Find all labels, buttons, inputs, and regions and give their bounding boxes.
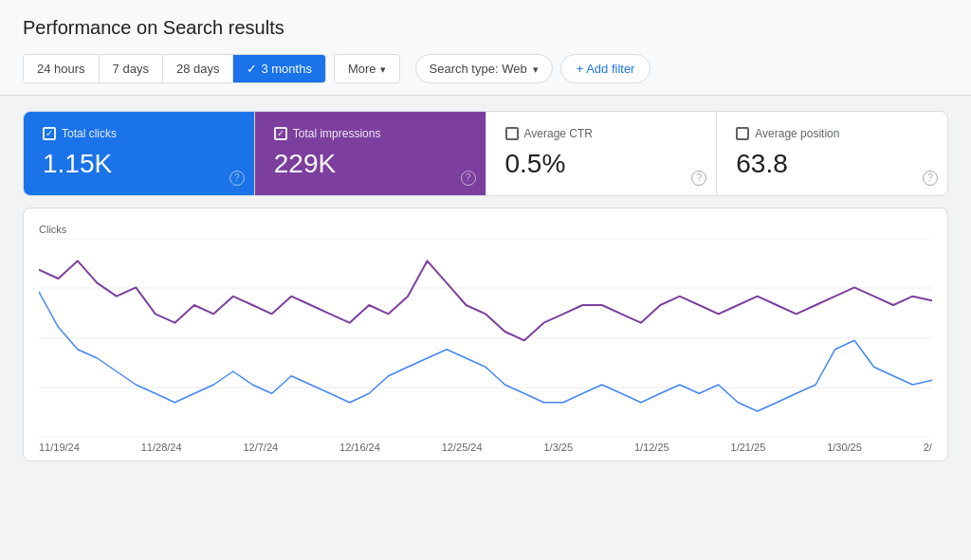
btn-3months[interactable]: 3 months — [233, 55, 324, 82]
btn-28days[interactable]: 28 days — [163, 55, 234, 82]
page-container: Performance on Search results 24 hours 7… — [0, 0, 971, 560]
x-label-0: 11/19/24 — [39, 442, 80, 453]
x-label-6: 1/12/25 — [634, 442, 669, 453]
metric-value-ctr: 0.5% — [505, 148, 698, 180]
chevron-down-icon — [533, 62, 539, 76]
x-label-2: 12/7/24 — [243, 442, 278, 453]
x-label-7: 1/21/25 — [731, 442, 766, 453]
metric-value-position: 63.8 — [736, 148, 928, 180]
chevron-down-icon — [380, 62, 386, 76]
btn-7days[interactable]: 7 days — [100, 55, 163, 82]
metric-card-position[interactable]: Average position 63.8 ? — [717, 112, 947, 195]
metric-header-impressions: Total impressions — [274, 127, 467, 140]
check-icon — [247, 62, 261, 76]
metric-card-total-clicks[interactable]: Total clicks 1.15K ? — [24, 112, 255, 195]
info-icon-impressions: ? — [461, 171, 476, 186]
x-label-9: 2/ — [924, 442, 932, 453]
info-icon-position: ? — [923, 171, 938, 186]
add-filter-label: + Add filter — [577, 62, 635, 76]
filter-group: Search type: Web + Add filter — [415, 54, 651, 83]
more-label: More — [348, 62, 376, 76]
metric-label-ctr: Average CTR — [524, 127, 593, 140]
x-label-8: 1/30/25 — [827, 442, 862, 453]
checkbox-impressions[interactable] — [274, 127, 287, 140]
chart-y-label: Clicks — [39, 224, 932, 235]
more-button[interactable]: More — [334, 54, 400, 83]
search-type-label: Search type: Web — [430, 62, 527, 76]
x-label-3: 12/16/24 — [339, 442, 380, 453]
metric-card-ctr[interactable]: Average CTR 0.5% ? — [486, 112, 718, 195]
metric-header-ctr: Average CTR — [505, 127, 698, 140]
chart-area: 45 30 15 0 — [39, 239, 932, 438]
metric-value-clicks: 1.15K — [43, 148, 235, 180]
metric-header-position: Average position — [736, 127, 928, 140]
metric-label-clicks: Total clicks — [62, 127, 117, 140]
metric-value-impressions: 229K — [274, 148, 467, 180]
btn-24hours[interactable]: 24 hours — [24, 55, 100, 82]
x-axis-labels: 11/19/24 11/28/24 12/7/24 12/16/24 12/25… — [39, 438, 932, 453]
x-label-1: 11/28/24 — [141, 442, 182, 453]
checkbox-ctr[interactable] — [505, 127, 519, 140]
info-icon-ctr: ? — [691, 171, 706, 186]
metric-label-position: Average position — [755, 127, 839, 140]
header-section: Performance on Search results 24 hours 7… — [0, 0, 971, 96]
page-title: Performance on Search results — [23, 17, 948, 39]
time-filter-group: 24 hours 7 days 28 days 3 months — [23, 54, 326, 83]
metric-label-impressions: Total impressions — [293, 127, 381, 140]
checkbox-clicks[interactable] — [43, 127, 56, 140]
checkbox-position[interactable] — [736, 127, 749, 140]
content-section: Total clicks 1.15K ? Total impressions 2… — [0, 111, 971, 461]
add-filter-button[interactable]: + Add filter — [560, 54, 651, 83]
search-type-filter[interactable]: Search type: Web — [415, 54, 553, 83]
x-label-5: 1/3/25 — [543, 442, 573, 453]
metric-header-clicks: Total clicks — [43, 127, 235, 140]
metric-card-total-impressions[interactable]: Total impressions 229K ? — [255, 112, 486, 195]
toolbar: 24 hours 7 days 28 days 3 months More Se… — [23, 54, 948, 95]
metrics-row: Total clicks 1.15K ? Total impressions 2… — [23, 111, 948, 196]
chart-svg: 45 30 15 0 — [39, 239, 932, 438]
info-icon-clicks: ? — [229, 171, 245, 186]
x-label-4: 12/25/24 — [442, 442, 483, 453]
chart-container: Clicks 45 30 15 0 11/19/24 1 — [23, 208, 948, 461]
